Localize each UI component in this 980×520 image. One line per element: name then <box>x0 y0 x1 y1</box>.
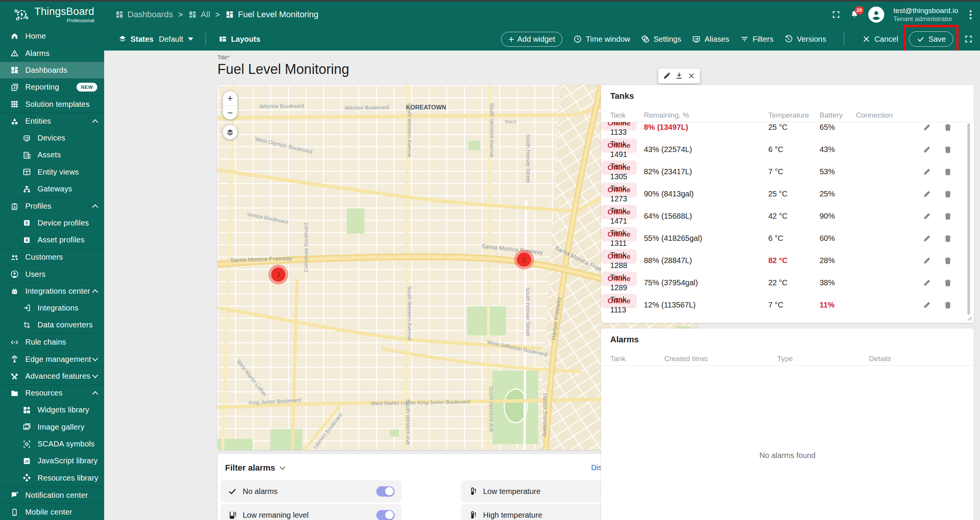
sidebar-item-customers[interactable]: Customers <box>0 249 104 265</box>
edit-row-button[interactable] <box>920 122 934 134</box>
fullscreen-icon[interactable] <box>831 10 841 19</box>
delete-row-button[interactable] <box>941 298 955 312</box>
sidebar-item-device-profiles[interactable]: D Device profiles <box>0 214 104 231</box>
sidebar-item-edge-management[interactable]: Edge management <box>0 350 104 367</box>
table-row[interactable]: Tank 1471 64% (15688L) 42 °C 90% Offline <box>601 205 966 227</box>
time-window-button[interactable]: Time window <box>573 34 630 44</box>
column-header-type[interactable]: Type <box>777 355 793 363</box>
sidebar-item-users[interactable]: Users <box>0 265 104 282</box>
edit-row-button[interactable] <box>920 187 934 201</box>
thingsboard-logo[interactable]: ThingsBoard Professional <box>13 6 104 23</box>
delete-row-button[interactable] <box>941 209 955 223</box>
sidebar-item-image-gallery[interactable]: Image gallery <box>0 419 104 435</box>
map-layers-button[interactable] <box>223 125 237 139</box>
sidebar-item-scada-symbols[interactable]: SCADA symbols <box>0 435 104 452</box>
download-widget-button[interactable] <box>673 70 685 82</box>
aliases-button[interactable]: Aliases <box>692 34 729 44</box>
edit-row-button[interactable] <box>920 276 934 289</box>
breadcrumb-dashboards[interactable]: Dashboards <box>115 10 173 20</box>
widget-resize-handle[interactable] <box>965 314 972 321</box>
edit-row-button[interactable] <box>920 142 934 156</box>
table-row[interactable]: Tank 1491 43% (22574L) 6 °C 43% Offline <box>601 138 966 160</box>
delete-row-button[interactable] <box>941 253 955 267</box>
remove-widget-button[interactable] <box>686 70 697 82</box>
edit-row-button[interactable] <box>920 298 934 312</box>
sidebar-item-devices[interactable]: Devices <box>0 129 104 146</box>
column-header-temperature[interactable]: Temperature <box>768 111 809 119</box>
states-button[interactable]: States <box>118 34 154 44</box>
sidebar-item-solution-templates[interactable]: Solution templates <box>0 96 104 113</box>
breadcrumb-current[interactable]: Fuel Level Monitoring <box>225 10 318 20</box>
filters-button[interactable]: Filters <box>740 34 773 44</box>
save-button[interactable]: Save <box>909 31 953 47</box>
breadcrumb-all[interactable]: All <box>188 10 210 20</box>
user-info[interactable]: test@thingsboard.io Tenant administrator <box>893 6 958 23</box>
zoom-in-button[interactable]: + <box>223 91 237 105</box>
sidebar-item-javascript-library[interactable]: JS JavaScript library <box>0 453 104 469</box>
sidebar-item-entity-views[interactable]: Entity views <box>0 164 104 180</box>
state-select[interactable]: Default <box>159 35 193 44</box>
edit-row-button[interactable] <box>920 231 934 245</box>
zoom-out-button[interactable]: − <box>223 105 237 119</box>
table-row[interactable]: Tank 1273 90% (8413gal) 25 °C 25% Offlin… <box>601 183 966 205</box>
sidebar-item-resources[interactable]: Resources <box>0 384 104 401</box>
table-row[interactable]: Tank 1133 8% (13497L) 25 °C 65% Offline <box>601 122 966 138</box>
edit-widget-button[interactable] <box>661 70 673 82</box>
sidebar-item-integrations-center[interactable]: Integrations center <box>0 283 104 299</box>
column-header-created-time[interactable]: Created time <box>664 355 706 363</box>
sidebar-item-assets[interactable]: Assets <box>0 147 104 164</box>
column-header-tank[interactable]: Tank <box>610 355 626 363</box>
column-header-details[interactable]: Details <box>869 355 891 363</box>
delete-row-button[interactable] <box>941 276 955 289</box>
map-cluster-marker[interactable]: 3 <box>268 265 288 285</box>
sidebar-item-integrations[interactable]: Integrations <box>0 299 104 316</box>
table-row[interactable]: Tank 1288 88% (28847L) 82 °C 28% Offline <box>601 249 966 271</box>
sidebar-item-alarms[interactable]: Alarms <box>0 44 104 61</box>
avatar[interactable] <box>868 7 884 23</box>
delete-row-button[interactable] <box>941 142 955 156</box>
sidebar-item-advanced-features[interactable]: Advanced features <box>0 368 104 384</box>
sidebar-item-data-converters[interactable]: Data converters <box>0 317 104 334</box>
chevron-down-icon[interactable] <box>280 464 285 469</box>
table-scrollbar[interactable] <box>967 123 970 315</box>
delete-row-button[interactable] <box>941 122 955 134</box>
table-row[interactable]: Tank 1289 75% (37954gal) 22 °C 38% Offli… <box>601 271 966 294</box>
edit-row-button[interactable] <box>920 209 934 223</box>
cancel-button[interactable]: Cancel <box>862 34 898 44</box>
no-alarms-toggle[interactable] <box>376 486 395 497</box>
sidebar-item-widgets-library[interactable]: Widgets library <box>0 402 104 419</box>
sidebar-item-dashboards[interactable]: Dashboards <box>0 62 104 78</box>
settings-button[interactable]: Settings <box>641 34 681 44</box>
notifications-bell[interactable]: 20 <box>850 10 859 20</box>
delete-row-button[interactable] <box>941 231 955 245</box>
sort-desc-arrow-icon[interactable]: ↓ <box>705 355 709 363</box>
column-header-battery[interactable]: Battery <box>820 111 843 119</box>
expand-icon[interactable] <box>964 34 973 44</box>
add-widget-button[interactable]: + Add widget <box>501 32 562 47</box>
sidebar-item-gateways[interactable]: Gateways <box>0 181 104 198</box>
delete-row-button[interactable] <box>941 165 955 178</box>
column-header-remaining[interactable]: Remaining, % <box>644 111 689 119</box>
sidebar-item-home[interactable]: Home <box>0 28 104 44</box>
sidebar-item-profiles[interactable]: Profiles <box>0 198 104 214</box>
delete-row-button[interactable] <box>941 187 955 201</box>
column-header-connection[interactable]: Connection <box>856 111 893 119</box>
more-menu-icon[interactable] <box>967 9 974 21</box>
low-remaining-level-toggle[interactable] <box>376 510 395 520</box>
sidebar-item-entities[interactable]: Entities <box>0 113 104 129</box>
sidebar-item-reporting[interactable]: Reporting NEW <box>0 78 104 95</box>
page-title[interactable]: Fuel Level Monitoring <box>217 61 349 77</box>
edit-row-button[interactable] <box>920 165 934 178</box>
table-row[interactable]: Tank 1305 82% (23417L) 7 °C 53% Offline <box>601 160 966 183</box>
table-row[interactable]: Tank 1113 12% (113567L) 7 °C 11% Offline <box>601 294 966 316</box>
versions-button[interactable]: Versions <box>784 34 826 44</box>
layouts-button[interactable]: Layouts <box>218 34 260 44</box>
sidebar-item-rule-chains[interactable]: Rule chains <box>0 334 104 350</box>
column-header-tank[interactable]: Tank <box>610 111 626 119</box>
sidebar-item-resources-library[interactable]: Resources library <box>0 469 104 486</box>
table-row[interactable]: Tank 1311 55% (418265gal) 6 °C 60% Offli… <box>601 227 966 249</box>
edit-row-button[interactable] <box>920 253 934 267</box>
sidebar-item-notification-center[interactable]: Notification center <box>0 487 104 504</box>
sidebar-item-asset-profiles[interactable]: A Asset profiles <box>0 232 104 249</box>
map-cluster-marker[interactable]: 2 <box>514 250 534 270</box>
